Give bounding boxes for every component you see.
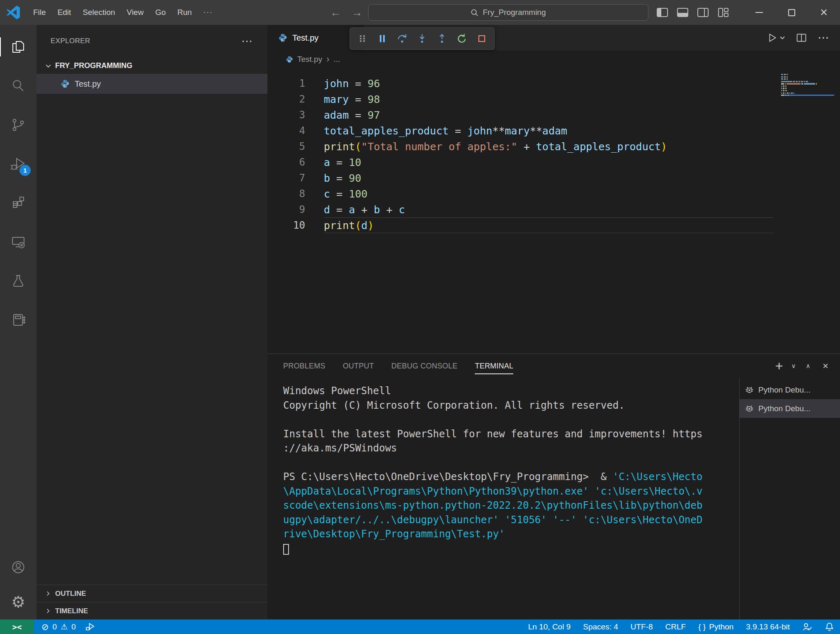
problems-status[interactable]: ⊘ 0 ⚠ 0 [34,622,95,632]
minimap-segment [801,83,803,84]
folder-fry-programming[interactable]: FRY_PROGRAMMING [36,57,267,74]
code-line-7[interactable]: 7b = 90 [267,170,840,186]
menu-go[interactable]: Go [149,0,171,25]
breadcrumb-file[interactable]: Test.py [297,55,322,64]
breadcrumb[interactable]: Test.py › ... [267,51,840,68]
activity-run-debug[interactable]: 1 [0,144,36,183]
minimap-segment [793,81,795,82]
toggle-secondary-sidebar-icon[interactable] [697,8,709,17]
status-crlf[interactable]: CRLF [665,622,686,632]
panel-tab-problems[interactable]: PROBLEMS [283,354,325,378]
accounts-button[interactable] [0,550,36,585]
source-control-icon [10,117,26,133]
activity-notebook[interactable] [0,300,36,339]
pause-button[interactable] [373,29,391,48]
terminal-list-label: Python Debu... [758,385,811,395]
code-line-8[interactable]: 8c = 100 [267,186,840,202]
menu-file[interactable]: File [27,0,52,25]
remote-indicator[interactable]: >< [0,619,34,634]
code-line-4[interactable]: 4total_apples_product = john**mary**adam [267,123,840,139]
section-outline[interactable]: OUTLINE [36,585,267,602]
token: ) [367,219,374,232]
activity-extensions[interactable] [0,183,36,222]
line-content: a = 10 [324,154,774,170]
chevron-down-icon[interactable] [779,35,785,41]
breadcrumb-more[interactable]: ... [334,55,340,64]
terminal-list-item-1[interactable]: Python Debu... [740,380,840,399]
bell-icon[interactable] [825,622,834,632]
editor-group: Test.py ⋯ Test.py › ... [267,25,840,619]
status-ln-10-col-9[interactable]: Ln 10, Col 9 [528,622,571,632]
terminal-list-item-2[interactable]: Python Debu... [740,399,840,418]
restart-button[interactable] [453,29,471,48]
title-bar: FileEditSelectionViewGoRun ··· ←→ Fry_Pr… [0,0,840,25]
activity-testing[interactable] [0,261,36,300]
explorer-more-actions[interactable]: ⋯ [241,36,252,47]
stop-button[interactable] [473,29,491,48]
section-timeline[interactable]: TIMELINE [36,602,267,619]
menu-run[interactable]: Run [172,0,198,25]
run-python-file-button[interactable] [767,33,785,43]
status-python[interactable]: { }Python [698,622,733,632]
file-test-py[interactable]: Test.py [36,74,267,94]
token: 10 [349,156,361,168]
toggle-sidebar-icon[interactable] [657,8,668,17]
code-line-3[interactable]: 3adam = 97 [267,107,840,123]
activity-search[interactable] [0,66,36,105]
code-line-9[interactable]: 9d = a + b + c [267,202,840,217]
minimap[interactable] [781,74,834,97]
back-arrow-icon[interactable]: ← [330,6,341,19]
step-into-button[interactable] [413,29,431,48]
code-line-6[interactable]: 6a = 10 [267,154,840,170]
panel-tab-debug-console[interactable]: DEBUG CONSOLE [391,354,458,378]
file-label: Test.py [75,79,101,89]
editor-more-actions[interactable]: ⋯ [818,32,829,44]
terminal-tabs-list: Python Debu...Python Debu... [739,378,840,619]
command-center-search[interactable]: Fry_Programming [368,4,648,21]
activity-remote-explorer[interactable] [0,222,36,261]
maximize-button[interactable] [775,0,808,25]
minimize-button[interactable] [743,0,775,25]
new-terminal-icon[interactable]: + [772,359,786,373]
close-button[interactable]: × [808,0,840,25]
command-center-label: Fry_Programming [483,8,546,17]
toggle-panel-icon[interactable] [677,8,688,17]
status-utf-8[interactable]: UTF-8 [631,622,653,632]
activity-explorer[interactable] [0,27,36,66]
minimap-segment [789,93,790,94]
status-spaces-4[interactable]: Spaces: 4 [583,622,618,632]
code-editor[interactable]: 1john = 962mary = 983adam = 974total_app… [267,68,840,354]
code-line-2[interactable]: 2mary = 98 [267,91,840,107]
maximize-panel-icon[interactable]: ∧ [801,359,815,373]
step-out-button[interactable] [433,29,451,48]
panel-tab-output[interactable]: OUTPUT [343,354,374,378]
menu-more[interactable]: ··· [198,0,219,25]
debug-toolbar-drag-handle[interactable] [353,29,371,48]
settings-button[interactable]: ⚙ [0,585,36,619]
activity-source-control[interactable] [0,105,36,144]
panel-tab-terminal[interactable]: TERMINAL [475,354,513,378]
code-line-5[interactable]: 5print("Total number of apples:" + total… [267,139,840,154]
minimap-segment [788,95,789,96]
menu-selection[interactable]: Selection [77,0,121,25]
token: b [324,172,330,184]
forward-arrow-icon[interactable]: → [351,6,362,19]
terminal-output[interactable]: Windows PowerShellCopyright (C) Microsof… [267,378,739,619]
launch-profile-dropdown-icon[interactable]: ∨ [789,359,798,373]
token: = [349,78,367,90]
step-over-button[interactable] [393,29,411,48]
chevron-right-icon [45,608,51,614]
debug-status-icon[interactable] [85,622,95,632]
close-panel-icon[interactable]: × [818,359,833,373]
split-editor-icon[interactable] [796,33,807,43]
status-3-9-13-64-bit[interactable]: 3.9.13 64-bit [746,622,790,632]
person-check-icon[interactable] [802,622,812,632]
code-line-10[interactable]: 10print(d) [267,217,840,233]
minimap-segment [783,85,784,87]
code-line-1[interactable]: 1john = 96 [267,76,840,91]
menu-edit[interactable]: Edit [52,0,77,25]
minimap-segment [781,78,783,80]
customize-layout-icon[interactable] [718,7,729,17]
menu-view[interactable]: View [121,0,150,25]
minimap-line [781,74,834,75]
